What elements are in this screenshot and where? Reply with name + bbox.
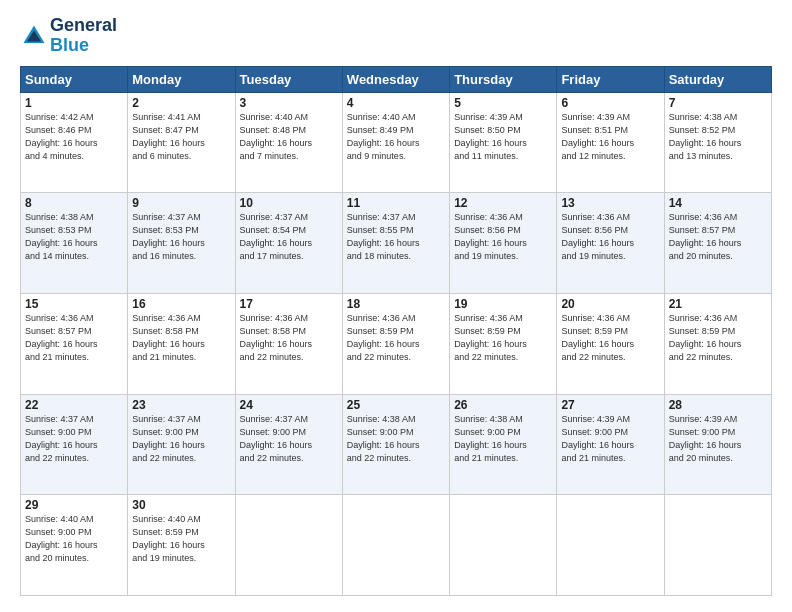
logo: General Blue [20, 16, 117, 56]
day-number: 11 [347, 196, 445, 210]
cell-info: Sunrise: 4:38 AMSunset: 9:00 PMDaylight:… [454, 413, 552, 465]
cell-info: Sunrise: 4:39 AMSunset: 8:51 PMDaylight:… [561, 111, 659, 163]
calendar-cell: 2Sunrise: 4:41 AMSunset: 8:47 PMDaylight… [128, 92, 235, 193]
day-number: 9 [132, 196, 230, 210]
calendar-cell [235, 495, 342, 596]
day-number: 16 [132, 297, 230, 311]
cell-info: Sunrise: 4:37 AMSunset: 8:54 PMDaylight:… [240, 211, 338, 263]
day-number: 12 [454, 196, 552, 210]
calendar-cell: 9Sunrise: 4:37 AMSunset: 8:53 PMDaylight… [128, 193, 235, 294]
calendar-cell: 8Sunrise: 4:38 AMSunset: 8:53 PMDaylight… [21, 193, 128, 294]
cell-info: Sunrise: 4:36 AMSunset: 8:59 PMDaylight:… [669, 312, 767, 364]
calendar-cell: 22Sunrise: 4:37 AMSunset: 9:00 PMDayligh… [21, 394, 128, 495]
calendar-cell: 1Sunrise: 4:42 AMSunset: 8:46 PMDaylight… [21, 92, 128, 193]
calendar-cell: 18Sunrise: 4:36 AMSunset: 8:59 PMDayligh… [342, 293, 449, 394]
calendar-table: SundayMondayTuesdayWednesdayThursdayFrid… [20, 66, 772, 596]
day-number: 24 [240, 398, 338, 412]
calendar-cell: 17Sunrise: 4:36 AMSunset: 8:58 PMDayligh… [235, 293, 342, 394]
day-number: 13 [561, 196, 659, 210]
header-friday: Friday [557, 66, 664, 92]
header-saturday: Saturday [664, 66, 771, 92]
cell-info: Sunrise: 4:37 AMSunset: 9:00 PMDaylight:… [240, 413, 338, 465]
calendar-cell: 5Sunrise: 4:39 AMSunset: 8:50 PMDaylight… [450, 92, 557, 193]
day-number: 3 [240, 96, 338, 110]
day-number: 30 [132, 498, 230, 512]
cell-info: Sunrise: 4:36 AMSunset: 8:59 PMDaylight:… [347, 312, 445, 364]
calendar-cell [450, 495, 557, 596]
cell-info: Sunrise: 4:36 AMSunset: 8:56 PMDaylight:… [561, 211, 659, 263]
cell-info: Sunrise: 4:37 AMSunset: 9:00 PMDaylight:… [132, 413, 230, 465]
cell-info: Sunrise: 4:37 AMSunset: 8:55 PMDaylight:… [347, 211, 445, 263]
cell-info: Sunrise: 4:36 AMSunset: 8:56 PMDaylight:… [454, 211, 552, 263]
calendar-cell: 29Sunrise: 4:40 AMSunset: 9:00 PMDayligh… [21, 495, 128, 596]
day-number: 6 [561, 96, 659, 110]
calendar-cell: 26Sunrise: 4:38 AMSunset: 9:00 PMDayligh… [450, 394, 557, 495]
header-tuesday: Tuesday [235, 66, 342, 92]
day-number: 7 [669, 96, 767, 110]
day-number: 23 [132, 398, 230, 412]
calendar-cell: 11Sunrise: 4:37 AMSunset: 8:55 PMDayligh… [342, 193, 449, 294]
calendar-cell: 16Sunrise: 4:36 AMSunset: 8:58 PMDayligh… [128, 293, 235, 394]
day-number: 28 [669, 398, 767, 412]
calendar-week-row: 22Sunrise: 4:37 AMSunset: 9:00 PMDayligh… [21, 394, 772, 495]
logo-text: General Blue [50, 16, 117, 56]
calendar-cell [557, 495, 664, 596]
calendar-cell: 12Sunrise: 4:36 AMSunset: 8:56 PMDayligh… [450, 193, 557, 294]
day-number: 20 [561, 297, 659, 311]
cell-info: Sunrise: 4:38 AMSunset: 9:00 PMDaylight:… [347, 413, 445, 465]
cell-info: Sunrise: 4:36 AMSunset: 8:58 PMDaylight:… [132, 312, 230, 364]
calendar-cell: 24Sunrise: 4:37 AMSunset: 9:00 PMDayligh… [235, 394, 342, 495]
calendar-cell: 21Sunrise: 4:36 AMSunset: 8:59 PMDayligh… [664, 293, 771, 394]
header-wednesday: Wednesday [342, 66, 449, 92]
header-sunday: Sunday [21, 66, 128, 92]
calendar-cell: 20Sunrise: 4:36 AMSunset: 8:59 PMDayligh… [557, 293, 664, 394]
cell-info: Sunrise: 4:41 AMSunset: 8:47 PMDaylight:… [132, 111, 230, 163]
page: General Blue SundayMondayTuesdayWednesda… [0, 0, 792, 612]
day-number: 8 [25, 196, 123, 210]
day-number: 26 [454, 398, 552, 412]
cell-info: Sunrise: 4:39 AMSunset: 8:50 PMDaylight:… [454, 111, 552, 163]
calendar-cell: 10Sunrise: 4:37 AMSunset: 8:54 PMDayligh… [235, 193, 342, 294]
calendar-cell: 7Sunrise: 4:38 AMSunset: 8:52 PMDaylight… [664, 92, 771, 193]
cell-info: Sunrise: 4:36 AMSunset: 8:58 PMDaylight:… [240, 312, 338, 364]
cell-info: Sunrise: 4:39 AMSunset: 9:00 PMDaylight:… [669, 413, 767, 465]
calendar-cell: 27Sunrise: 4:39 AMSunset: 9:00 PMDayligh… [557, 394, 664, 495]
calendar-cell: 4Sunrise: 4:40 AMSunset: 8:49 PMDaylight… [342, 92, 449, 193]
calendar-cell: 6Sunrise: 4:39 AMSunset: 8:51 PMDaylight… [557, 92, 664, 193]
day-number: 1 [25, 96, 123, 110]
calendar-cell: 28Sunrise: 4:39 AMSunset: 9:00 PMDayligh… [664, 394, 771, 495]
logo-icon [20, 22, 48, 50]
calendar-week-row: 1Sunrise: 4:42 AMSunset: 8:46 PMDaylight… [21, 92, 772, 193]
calendar-week-row: 8Sunrise: 4:38 AMSunset: 8:53 PMDaylight… [21, 193, 772, 294]
day-number: 25 [347, 398, 445, 412]
header-thursday: Thursday [450, 66, 557, 92]
cell-info: Sunrise: 4:38 AMSunset: 8:53 PMDaylight:… [25, 211, 123, 263]
day-number: 29 [25, 498, 123, 512]
day-number: 4 [347, 96, 445, 110]
day-number: 2 [132, 96, 230, 110]
day-number: 22 [25, 398, 123, 412]
cell-info: Sunrise: 4:40 AMSunset: 8:48 PMDaylight:… [240, 111, 338, 163]
cell-info: Sunrise: 4:39 AMSunset: 9:00 PMDaylight:… [561, 413, 659, 465]
day-number: 14 [669, 196, 767, 210]
day-number: 15 [25, 297, 123, 311]
cell-info: Sunrise: 4:37 AMSunset: 9:00 PMDaylight:… [25, 413, 123, 465]
calendar-cell: 23Sunrise: 4:37 AMSunset: 9:00 PMDayligh… [128, 394, 235, 495]
calendar-cell [664, 495, 771, 596]
calendar-cell [342, 495, 449, 596]
cell-info: Sunrise: 4:38 AMSunset: 8:52 PMDaylight:… [669, 111, 767, 163]
calendar-week-row: 15Sunrise: 4:36 AMSunset: 8:57 PMDayligh… [21, 293, 772, 394]
header-monday: Monday [128, 66, 235, 92]
cell-info: Sunrise: 4:36 AMSunset: 8:59 PMDaylight:… [454, 312, 552, 364]
cell-info: Sunrise: 4:40 AMSunset: 8:49 PMDaylight:… [347, 111, 445, 163]
calendar-cell: 30Sunrise: 4:40 AMSunset: 8:59 PMDayligh… [128, 495, 235, 596]
cell-info: Sunrise: 4:36 AMSunset: 8:57 PMDaylight:… [25, 312, 123, 364]
calendar-week-row: 29Sunrise: 4:40 AMSunset: 9:00 PMDayligh… [21, 495, 772, 596]
cell-info: Sunrise: 4:40 AMSunset: 9:00 PMDaylight:… [25, 513, 123, 565]
day-number: 21 [669, 297, 767, 311]
header: General Blue [20, 16, 772, 56]
calendar-cell: 19Sunrise: 4:36 AMSunset: 8:59 PMDayligh… [450, 293, 557, 394]
calendar-cell: 25Sunrise: 4:38 AMSunset: 9:00 PMDayligh… [342, 394, 449, 495]
day-number: 17 [240, 297, 338, 311]
cell-info: Sunrise: 4:42 AMSunset: 8:46 PMDaylight:… [25, 111, 123, 163]
